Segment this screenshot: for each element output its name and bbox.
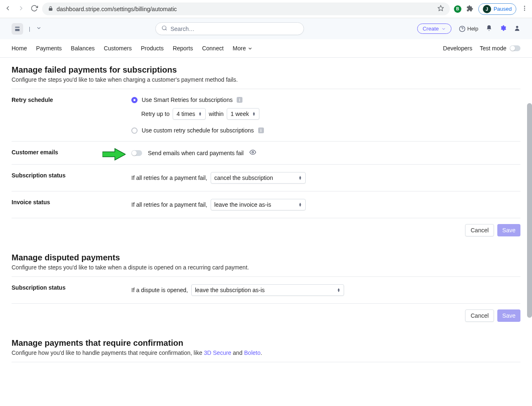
send-emails-toggle[interactable]: [131, 150, 142, 156]
create-button[interactable]: Create: [417, 24, 451, 34]
save-button[interactable]: Save: [497, 224, 520, 236]
svg-point-3: [524, 9, 525, 11]
confirm-period: .: [261, 349, 262, 356]
sub-status-value: cancel the subscription: [214, 175, 273, 181]
custom-retry-label: Use custom retry schedule for subscripti…: [142, 127, 254, 134]
help-button[interactable]: Help: [459, 26, 478, 32]
retry-times-select[interactable]: 4 times ▲▼: [173, 108, 205, 120]
svg-point-10: [252, 151, 254, 153]
inv-status-value: leave the invoice as-is: [214, 201, 271, 208]
scrollbar[interactable]: [527, 103, 532, 318]
search-icon: [162, 25, 167, 32]
toggle-switch[interactable]: [510, 45, 520, 51]
eye-icon[interactable]: [249, 149, 256, 157]
nav-products[interactable]: Products: [141, 39, 164, 57]
paused-label: Paused: [494, 6, 512, 12]
section-confirm-subtitle: Configure how you'd like to handle payme…: [12, 349, 520, 356]
address-bar[interactable]: dashboard.stripe.com/settings/billing/au…: [42, 2, 450, 15]
app-logo[interactable]: [12, 23, 23, 35]
star-icon[interactable]: [437, 5, 444, 13]
nav-home[interactable]: Home: [12, 39, 27, 57]
app-header: | Search… Create Help: [0, 18, 532, 39]
save-button[interactable]: Save: [497, 309, 520, 322]
link-3d-secure[interactable]: 3D Secure: [204, 349, 231, 356]
browser-nav-buttons: [4, 5, 38, 13]
bell-icon[interactable]: [486, 25, 492, 33]
chevron-updown-icon: ▲▼: [199, 112, 202, 116]
custom-retry-radio[interactable]: Use custom retry schedule for subscripti…: [131, 127, 520, 134]
svg-marker-9: [102, 149, 126, 160]
org-separator: |: [29, 26, 30, 32]
section-failed-subtitle: Configure the steps you'd like to take w…: [12, 76, 520, 83]
radio-checked-icon: [131, 97, 138, 103]
user-icon[interactable]: [514, 25, 520, 33]
section-confirm-title: Manage payments that require confirmatio…: [12, 338, 520, 348]
invoice-status-label: Invoice status: [12, 199, 131, 210]
sub-status-select[interactable]: cancel the subscription ▲▼: [211, 172, 306, 184]
search-input[interactable]: Search…: [155, 22, 304, 35]
reload-icon[interactable]: [31, 5, 38, 13]
kebab-menu-icon[interactable]: [521, 5, 528, 13]
url-text: dashboard.stripe.com/settings/billing/au…: [57, 6, 434, 12]
confirm-subtitle-pre: Configure how you'd like to handle payme…: [12, 349, 204, 356]
chevron-down-icon[interactable]: [36, 25, 42, 32]
retry-within-value: 1 week: [230, 111, 249, 117]
chevron-updown-icon: ▲▼: [337, 288, 340, 292]
help-icon: [459, 26, 466, 32]
divider: [12, 362, 520, 362]
action-buttons-disputed: Cancel Save: [12, 304, 520, 333]
chevron-updown-icon: ▲▼: [252, 112, 256, 116]
create-label: Create: [423, 26, 439, 32]
dispute-sub-prefix: If a dispute is opened,: [131, 287, 188, 293]
dispute-sub-select[interactable]: leave the subscription as-is ▲▼: [191, 284, 344, 296]
confirm-and: and: [231, 349, 244, 356]
chevron-down-icon: [441, 26, 446, 31]
chevron-down-icon: [247, 46, 253, 51]
svg-point-1: [524, 6, 525, 7]
chevron-updown-icon: ▲▼: [299, 176, 302, 180]
section-disputed-subtitle: Configure the steps you'd like to take w…: [12, 264, 520, 271]
svg-line-5: [165, 29, 166, 31]
retry-times-value: 4 times: [176, 111, 195, 117]
svg-marker-0: [438, 5, 443, 11]
extensions-icon[interactable]: [466, 5, 473, 13]
within-text: within: [209, 111, 224, 117]
retry-within-select[interactable]: 1 week ▲▼: [227, 108, 259, 120]
nav-payments[interactable]: Payments: [36, 39, 62, 57]
nav-more-label: More: [233, 45, 246, 52]
inv-status-select[interactable]: leave the invoice as-is ▲▼: [211, 199, 306, 210]
section-disputed-title: Manage disputed payments: [12, 253, 520, 262]
nav-more[interactable]: More: [233, 39, 253, 57]
forward-icon[interactable]: [17, 5, 25, 13]
info-icon[interactable]: i: [237, 97, 242, 103]
test-mode-toggle[interactable]: Test mode: [480, 45, 520, 52]
back-icon[interactable]: [4, 5, 12, 13]
section-failed-title: Manage failed payments for subscriptions: [12, 65, 520, 75]
nav-customers[interactable]: Customers: [104, 39, 132, 57]
action-buttons-failed: Cancel Save: [12, 218, 520, 248]
cancel-button[interactable]: Cancel: [465, 309, 494, 322]
subscription-status-row: Subscription status If all retries for a…: [12, 165, 520, 191]
dispute-sub-status-row: Subscription status If a dispute is open…: [12, 277, 520, 304]
radio-unchecked-icon: [131, 127, 138, 134]
send-emails-label: Send emails when card payments fail: [148, 150, 244, 156]
retry-upto-text: Retry up to: [141, 111, 169, 117]
svg-point-8: [516, 26, 518, 28]
cancel-button[interactable]: Cancel: [465, 224, 494, 236]
profile-paused-pill[interactable]: J Paused: [478, 3, 516, 15]
lock-icon: [48, 6, 53, 12]
nav-reports[interactable]: Reports: [173, 39, 193, 57]
inv-status-prefix: If all retries for a payment fail,: [131, 201, 207, 208]
chevron-updown-icon: ▲▼: [299, 203, 302, 207]
smart-retries-label: Use Smart Retries for subscriptions: [142, 97, 233, 103]
nav-balances[interactable]: Balances: [71, 39, 95, 57]
nav-developers[interactable]: Developers: [443, 39, 473, 57]
link-boleto[interactable]: Boleto: [244, 349, 261, 356]
avatar: J: [483, 5, 491, 13]
retry-schedule-row: Retry schedule Use Smart Retries for sub…: [12, 89, 520, 142]
nav-connect[interactable]: Connect: [202, 39, 223, 57]
gear-icon[interactable]: [500, 25, 506, 33]
info-icon[interactable]: i: [258, 127, 264, 133]
smart-retries-radio[interactable]: Use Smart Retries for subscriptions i: [131, 97, 520, 103]
extension-badge[interactable]: B: [454, 5, 461, 13]
